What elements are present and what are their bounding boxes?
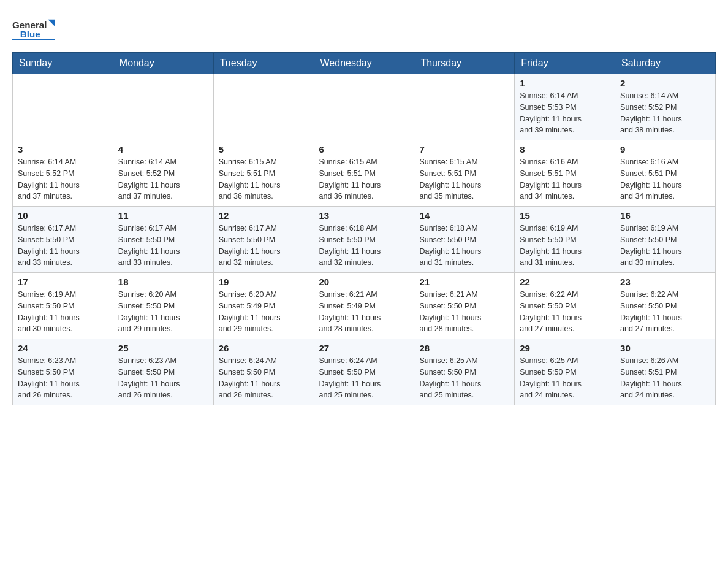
calendar-cell: 21Sunrise: 6:21 AM Sunset: 5:50 PM Dayli… [414, 273, 515, 339]
day-info: Sunrise: 6:14 AM Sunset: 5:52 PM Dayligh… [118, 156, 208, 202]
day-number: 13 [319, 210, 409, 221]
calendar-cell: 30Sunrise: 6:26 AM Sunset: 5:51 PM Dayli… [615, 339, 716, 405]
calendar-week-1: 1Sunrise: 6:14 AM Sunset: 5:53 PM Daylig… [13, 74, 716, 140]
logo-area: General Blue [12, 12, 55, 46]
calendar-cell: 27Sunrise: 6:24 AM Sunset: 5:50 PM Dayli… [314, 339, 414, 405]
calendar-cell: 10Sunrise: 6:17 AM Sunset: 5:50 PM Dayli… [13, 207, 113, 273]
day-number: 14 [419, 210, 509, 221]
calendar-cell [414, 74, 515, 140]
calendar-cell: 13Sunrise: 6:18 AM Sunset: 5:50 PM Dayli… [314, 207, 414, 273]
calendar-week-4: 17Sunrise: 6:19 AM Sunset: 5:50 PM Dayli… [13, 273, 716, 339]
calendar-cell: 25Sunrise: 6:23 AM Sunset: 5:50 PM Dayli… [113, 339, 213, 405]
calendar-cell: 17Sunrise: 6:19 AM Sunset: 5:50 PM Dayli… [13, 273, 113, 339]
calendar-header-wednesday: Wednesday [314, 53, 414, 74]
day-info: Sunrise: 6:14 AM Sunset: 5:52 PM Dayligh… [18, 156, 108, 202]
day-number: 11 [118, 210, 208, 221]
day-info: Sunrise: 6:26 AM Sunset: 5:51 PM Dayligh… [620, 355, 710, 401]
calendar-cell: 1Sunrise: 6:14 AM Sunset: 5:53 PM Daylig… [515, 74, 615, 140]
day-info: Sunrise: 6:21 AM Sunset: 5:49 PM Dayligh… [319, 289, 409, 335]
day-info: Sunrise: 6:19 AM Sunset: 5:50 PM Dayligh… [520, 223, 610, 269]
calendar-cell: 9Sunrise: 6:16 AM Sunset: 5:51 PM Daylig… [615, 140, 716, 207]
calendar-week-2: 3Sunrise: 6:14 AM Sunset: 5:52 PM Daylig… [13, 140, 716, 207]
day-number: 8 [520, 144, 610, 155]
day-info: Sunrise: 6:16 AM Sunset: 5:51 PM Dayligh… [620, 156, 710, 202]
day-number: 5 [219, 144, 309, 155]
calendar-header-tuesday: Tuesday [213, 53, 314, 74]
day-info: Sunrise: 6:19 AM Sunset: 5:50 PM Dayligh… [620, 223, 710, 269]
calendar-cell: 29Sunrise: 6:25 AM Sunset: 5:50 PM Dayli… [515, 339, 615, 405]
day-number: 6 [319, 144, 409, 155]
day-number: 30 [620, 343, 710, 353]
day-number: 28 [419, 343, 509, 353]
day-info: Sunrise: 6:14 AM Sunset: 5:53 PM Dayligh… [520, 90, 610, 136]
calendar-cell: 16Sunrise: 6:19 AM Sunset: 5:50 PM Dayli… [615, 207, 716, 273]
day-number: 15 [520, 210, 610, 221]
calendar-cell: 2Sunrise: 6:14 AM Sunset: 5:52 PM Daylig… [615, 74, 716, 140]
day-number: 20 [319, 277, 409, 287]
day-info: Sunrise: 6:17 AM Sunset: 5:50 PM Dayligh… [18, 223, 108, 269]
day-info: Sunrise: 6:21 AM Sunset: 5:50 PM Dayligh… [419, 289, 509, 335]
page-header: General Blue [12, 12, 716, 46]
day-number: 4 [118, 144, 208, 155]
calendar-header-saturday: Saturday [615, 53, 716, 74]
day-number: 1 [520, 78, 610, 88]
calendar-cell: 24Sunrise: 6:23 AM Sunset: 5:50 PM Dayli… [13, 339, 113, 405]
day-info: Sunrise: 6:23 AM Sunset: 5:50 PM Dayligh… [18, 355, 108, 401]
day-info: Sunrise: 6:17 AM Sunset: 5:50 PM Dayligh… [219, 223, 309, 269]
calendar-week-5: 24Sunrise: 6:23 AM Sunset: 5:50 PM Dayli… [13, 339, 716, 405]
day-info: Sunrise: 6:20 AM Sunset: 5:49 PM Dayligh… [219, 289, 309, 335]
calendar-cell: 8Sunrise: 6:16 AM Sunset: 5:51 PM Daylig… [515, 140, 615, 207]
calendar-cell [314, 74, 414, 140]
calendar-cell: 6Sunrise: 6:15 AM Sunset: 5:51 PM Daylig… [314, 140, 414, 207]
calendar-cell [113, 74, 213, 140]
calendar-cell: 7Sunrise: 6:15 AM Sunset: 5:51 PM Daylig… [414, 140, 515, 207]
day-number: 3 [18, 144, 108, 155]
day-info: Sunrise: 6:14 AM Sunset: 5:52 PM Dayligh… [620, 90, 710, 136]
calendar-cell: 18Sunrise: 6:20 AM Sunset: 5:50 PM Dayli… [113, 273, 213, 339]
calendar-cell: 20Sunrise: 6:21 AM Sunset: 5:49 PM Dayli… [314, 273, 414, 339]
logo-icon: General Blue [12, 12, 55, 46]
day-number: 18 [118, 277, 208, 287]
day-info: Sunrise: 6:19 AM Sunset: 5:50 PM Dayligh… [18, 289, 108, 335]
svg-text:Blue: Blue [20, 29, 40, 39]
calendar-cell: 12Sunrise: 6:17 AM Sunset: 5:50 PM Dayli… [213, 207, 314, 273]
day-number: 19 [219, 277, 309, 287]
day-number: 2 [620, 78, 710, 88]
calendar-cell [13, 74, 113, 140]
calendar-header-sunday: Sunday [13, 53, 113, 74]
day-number: 21 [419, 277, 509, 287]
day-info: Sunrise: 6:18 AM Sunset: 5:50 PM Dayligh… [319, 223, 409, 269]
day-number: 12 [219, 210, 309, 221]
calendar-cell: 14Sunrise: 6:18 AM Sunset: 5:50 PM Dayli… [414, 207, 515, 273]
calendar-cell: 23Sunrise: 6:22 AM Sunset: 5:50 PM Dayli… [615, 273, 716, 339]
calendar-cell [213, 74, 314, 140]
day-info: Sunrise: 6:25 AM Sunset: 5:50 PM Dayligh… [520, 355, 610, 401]
calendar-week-3: 10Sunrise: 6:17 AM Sunset: 5:50 PM Dayli… [13, 207, 716, 273]
day-info: Sunrise: 6:15 AM Sunset: 5:51 PM Dayligh… [319, 156, 409, 202]
day-number: 10 [18, 210, 108, 221]
calendar-header-thursday: Thursday [414, 53, 515, 74]
calendar-cell: 19Sunrise: 6:20 AM Sunset: 5:49 PM Dayli… [213, 273, 314, 339]
calendar-cell: 28Sunrise: 6:25 AM Sunset: 5:50 PM Dayli… [414, 339, 515, 405]
day-info: Sunrise: 6:15 AM Sunset: 5:51 PM Dayligh… [219, 156, 309, 202]
calendar-cell: 4Sunrise: 6:14 AM Sunset: 5:52 PM Daylig… [113, 140, 213, 207]
day-info: Sunrise: 6:15 AM Sunset: 5:51 PM Dayligh… [419, 156, 509, 202]
day-number: 22 [520, 277, 610, 287]
day-number: 24 [18, 343, 108, 353]
day-number: 17 [18, 277, 108, 287]
calendar-cell: 15Sunrise: 6:19 AM Sunset: 5:50 PM Dayli… [515, 207, 615, 273]
day-info: Sunrise: 6:25 AM Sunset: 5:50 PM Dayligh… [419, 355, 509, 401]
calendar-cell: 26Sunrise: 6:24 AM Sunset: 5:50 PM Dayli… [213, 339, 314, 405]
day-number: 7 [419, 144, 509, 155]
svg-text:General: General [12, 20, 47, 30]
day-info: Sunrise: 6:24 AM Sunset: 5:50 PM Dayligh… [319, 355, 409, 401]
day-number: 25 [118, 343, 208, 353]
day-number: 16 [620, 210, 710, 221]
calendar-header-monday: Monday [113, 53, 213, 74]
day-number: 23 [620, 277, 710, 287]
calendar-cell: 5Sunrise: 6:15 AM Sunset: 5:51 PM Daylig… [213, 140, 314, 207]
day-info: Sunrise: 6:22 AM Sunset: 5:50 PM Dayligh… [520, 289, 610, 335]
day-info: Sunrise: 6:23 AM Sunset: 5:50 PM Dayligh… [118, 355, 208, 401]
calendar-table: SundayMondayTuesdayWednesdayThursdayFrid… [12, 52, 716, 405]
day-info: Sunrise: 6:24 AM Sunset: 5:50 PM Dayligh… [219, 355, 309, 401]
